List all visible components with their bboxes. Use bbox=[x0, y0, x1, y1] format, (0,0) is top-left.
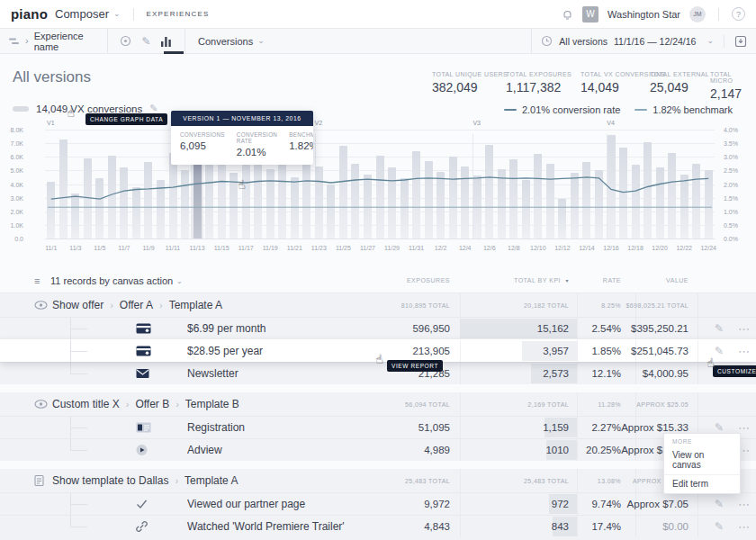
play-icon bbox=[136, 445, 148, 456]
group-kpi-total: 20,182 TOTAL bbox=[460, 293, 577, 317]
x-axis-tick: 11/25 bbox=[336, 245, 351, 251]
bell-icon[interactable] bbox=[562, 8, 573, 21]
pencil-icon[interactable]: ✎ bbox=[141, 35, 150, 48]
more-options-icon[interactable]: ⋯ bbox=[738, 499, 751, 510]
x-axis-tick: 11/5 bbox=[94, 245, 105, 251]
view-report-chip[interactable]: VIEW REPORT bbox=[387, 360, 443, 372]
breadcrumb: Custom title X›Offer B›Template B bbox=[52, 398, 239, 410]
row-kpi: 843 bbox=[460, 516, 577, 537]
records-table: ≡ 11 records by canvas action ⌄ EXPOSURE… bbox=[0, 268, 756, 540]
stat-label: TOTAL UNIQUE USERS bbox=[432, 71, 508, 77]
row-exposures: 213,905 bbox=[396, 340, 460, 362]
row-name-cell: Adview bbox=[0, 439, 396, 461]
group-header-row[interactable]: Custom title X›Offer B›Template B56,094 … bbox=[0, 392, 756, 416]
edit-pencil-icon[interactable]: ✎ bbox=[715, 422, 724, 433]
menu-item-view-on-canvas[interactable]: View on canvas bbox=[664, 446, 740, 474]
x-axis-tick: 12/24 bbox=[700, 245, 716, 251]
total-text: 2,169 TOTAL bbox=[527, 401, 569, 408]
col-header-exposures[interactable]: EXPOSURES bbox=[396, 277, 460, 284]
row-exposures: 596,950 bbox=[396, 318, 460, 339]
tree-line bbox=[70, 526, 87, 527]
group-rate: 11.28% bbox=[577, 392, 635, 416]
stat-micro: TOTAL MICRO 2,147 bbox=[710, 71, 756, 101]
export-icon[interactable] bbox=[734, 35, 747, 48]
kpi-value: 3,957 bbox=[543, 346, 569, 356]
table-row[interactable]: Registration51,0951,1592.27%Approx $15.3… bbox=[0, 416, 756, 438]
breadcrumb-part[interactable]: Template B bbox=[185, 398, 239, 410]
kpi-value: 1010 bbox=[545, 445, 569, 455]
customize-chip[interactable]: CUSTOMIZE bbox=[713, 365, 756, 377]
tree-line bbox=[70, 439, 71, 450]
version-marker-label: V3 bbox=[472, 120, 481, 126]
more-options-icon[interactable]: ⋯ bbox=[738, 422, 751, 434]
experience-name[interactable]: Experience name bbox=[34, 31, 98, 52]
more-options-icon[interactable]: ⋯ bbox=[738, 521, 751, 533]
workspace-avatar[interactable]: W bbox=[582, 6, 598, 22]
target-icon[interactable] bbox=[120, 35, 131, 47]
piano-logo[interactable]: piano bbox=[11, 6, 48, 22]
chart-tooltip: VERSION 1 — NOVEMBER 13, 2016 CONVERSION… bbox=[171, 111, 313, 165]
x-axis-tick: 12/8 bbox=[508, 245, 520, 251]
tab-experiences[interactable]: EXPERIENCES bbox=[147, 10, 210, 18]
chart-legend-right: 2.01% conversion rate 1.82% benchmark bbox=[504, 104, 733, 115]
breadcrumb-part[interactable]: Show offer bbox=[52, 299, 104, 311]
rate-value: 12.1% bbox=[591, 368, 621, 379]
col-header-value[interactable]: VALUE bbox=[635, 277, 698, 284]
edit-pencil-icon[interactable]: ✎ bbox=[715, 323, 724, 334]
breadcrumb-part[interactable]: Template A bbox=[169, 299, 222, 311]
tooltip-label: CONVERSION RATE bbox=[237, 131, 277, 144]
row-name-cell: Newsletter bbox=[0, 363, 396, 384]
hand-cursor: ☝ bbox=[374, 352, 384, 365]
x-axis-tick: 11/17 bbox=[238, 245, 254, 251]
row-kpi: 1010 bbox=[460, 439, 577, 461]
records-selector[interactable]: 11 records by canvas action bbox=[50, 275, 173, 286]
table-row[interactable]: $6.99 per month596,95015,1622.54%$395,25… bbox=[0, 317, 756, 339]
table-row[interactable]: Adview4,989101020.25%Approx $12.05✎⋯ bbox=[0, 438, 756, 461]
table-row[interactable]: Viewed our partner page9,9729729.74%Appr… bbox=[0, 492, 756, 515]
chevron-down-icon[interactable]: ⌄ bbox=[113, 10, 121, 18]
exposures-value: 4,843 bbox=[424, 521, 450, 532]
total-text: 25,483 TOTAL bbox=[524, 478, 569, 484]
user-avatar[interactable]: JM bbox=[689, 6, 706, 22]
change-graph-data-chip[interactable]: CHANGE GRAPH DATA bbox=[86, 113, 167, 125]
more-options-icon[interactable]: ⋯ bbox=[738, 323, 751, 335]
canvas-icon[interactable] bbox=[9, 37, 21, 46]
date-range[interactable]: 11/1/16 — 12/24/16 bbox=[614, 36, 696, 47]
chevron-down-icon[interactable]: ⌄ bbox=[706, 37, 714, 45]
breadcrumb-part[interactable]: Offer A bbox=[120, 299, 153, 311]
product-name[interactable]: Composer bbox=[55, 7, 109, 21]
group-header-row[interactable]: Show offer›Offer A›Template A810,895 TOT… bbox=[0, 293, 756, 317]
group-exposures-total: 56,094 TOTAL bbox=[396, 392, 460, 416]
view-selector[interactable]: Conversions bbox=[198, 36, 253, 47]
x-axis-tick: 11/31 bbox=[409, 245, 424, 251]
x-axis-tick: 12/16 bbox=[603, 245, 619, 251]
edit-pencil-icon[interactable]: ✎ bbox=[715, 521, 724, 532]
total-text: 11.28% bbox=[598, 401, 621, 408]
row-actions: ✎⋯ bbox=[698, 516, 756, 537]
group-value-total: APPROX $25.05 bbox=[635, 392, 698, 416]
chart-plot[interactable]: 8.0K7.0K6.0K5.0K4.0K3.0K2.0K1.0K0.04.0%3… bbox=[45, 130, 715, 238]
rate-value: 20.25% bbox=[586, 445, 621, 455]
workspace-name[interactable]: Washington Star bbox=[608, 9, 680, 20]
group-header-row[interactable]: Show template to Dallas›Template A25,483… bbox=[0, 469, 756, 492]
breadcrumb-part[interactable]: Offer B bbox=[135, 398, 169, 410]
col-header-total-by-kpi[interactable]: TOTAL BY KPI ▾ bbox=[460, 277, 577, 284]
row-label: Adview bbox=[187, 444, 222, 456]
breadcrumb-part[interactable]: Custom title X bbox=[52, 398, 120, 410]
col-header-rate[interactable]: RATE bbox=[577, 277, 635, 284]
breadcrumb-part[interactable]: Template A bbox=[184, 474, 238, 487]
help-icon[interactable]: ? bbox=[732, 7, 745, 21]
breadcrumb-part[interactable]: Show template to Dallas bbox=[52, 474, 168, 487]
versions-filter[interactable]: All versions bbox=[559, 36, 608, 47]
col-header-label: TOTAL BY KPI bbox=[514, 277, 561, 284]
menu-item-edit-term[interactable]: Edit term bbox=[664, 474, 740, 493]
edit-pencil-icon[interactable]: ✎ bbox=[715, 346, 724, 356]
chevron-down-icon[interactable]: ⌄ bbox=[176, 277, 183, 285]
edit-pencil-icon[interactable]: ✎ bbox=[715, 499, 724, 509]
table-row[interactable]: Watched 'World Premiere Trailer'4,843843… bbox=[0, 515, 756, 537]
more-options-icon[interactable]: ⋯ bbox=[738, 346, 751, 357]
chevron-down-icon[interactable]: ⌄ bbox=[257, 37, 265, 45]
bar-chart-icon[interactable] bbox=[160, 36, 172, 47]
total-text: 13.08% bbox=[598, 478, 621, 484]
group-actions-cell bbox=[698, 392, 756, 416]
